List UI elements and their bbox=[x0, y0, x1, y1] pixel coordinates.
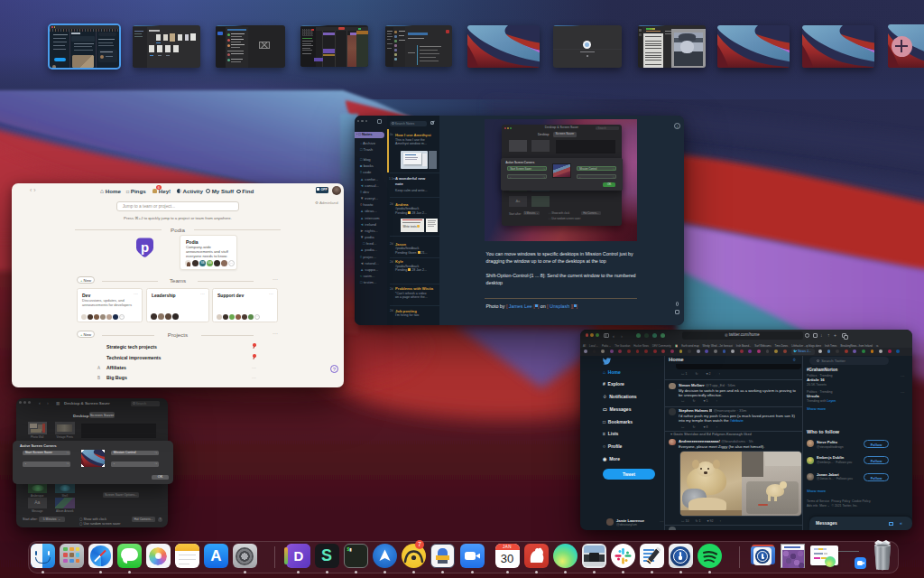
svg-text:p: p bbox=[141, 239, 149, 255]
